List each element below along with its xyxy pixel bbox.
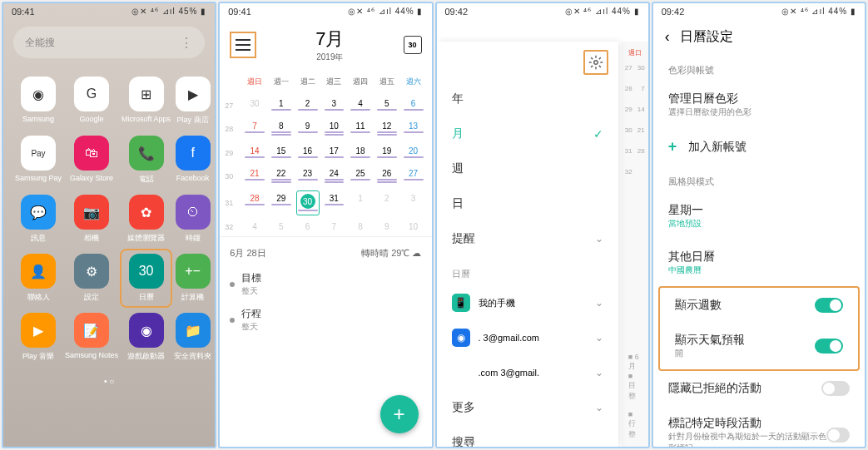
app-安全資料夾[interactable]: 📁安全資料夾	[172, 308, 213, 367]
calendar-day[interactable]: 2	[374, 189, 400, 217]
calendar-day[interactable]: 3	[321, 94, 348, 116]
calendar-grid[interactable]: 2730123456287891011121329141516171819203…	[220, 94, 431, 236]
calendar-title[interactable]: 7月 2019年	[256, 27, 403, 63]
calendar-day[interactable]: 10	[400, 217, 427, 236]
calendar-day[interactable]: 23	[295, 164, 321, 189]
calendar-day[interactable]: 2	[295, 94, 321, 116]
app-聯絡人[interactable]: 👤聯絡人	[13, 249, 63, 308]
calendar-day[interactable]: 29	[268, 189, 295, 217]
app-設定[interactable]: ⚙設定	[63, 249, 120, 308]
setting-管理日曆色彩[interactable]: 管理日曆色彩選擇日曆欲使用的色彩	[653, 82, 865, 128]
view-年[interactable]: 年	[437, 82, 618, 116]
toggle-switch[interactable]	[821, 381, 850, 396]
account-item[interactable]: ◉. 3@gmail.com⌄	[437, 320, 618, 355]
search-bar[interactable]: 全能搜 ⋮	[13, 27, 205, 58]
calendar-day[interactable]: 13	[400, 116, 427, 141]
toggle-switch[interactable]	[826, 428, 850, 443]
calendar-day[interactable]: 4	[347, 94, 374, 116]
calendar-day[interactable]: 21	[241, 164, 268, 189]
calendar-day[interactable]: 8	[347, 217, 374, 236]
app-Samsung[interactable]: ◉Samsung	[13, 72, 63, 131]
calendar-day[interactable]: 5	[374, 94, 400, 116]
app-Play 音樂[interactable]: ▶Play 音樂	[13, 308, 63, 367]
event-item[interactable]: 目標整天	[230, 266, 421, 302]
app-Play 商店[interactable]: ▶Play 商店	[172, 72, 213, 131]
view-週[interactable]: 週	[437, 151, 618, 186]
settings-list[interactable]: 色彩與帳號管理日曆色彩選擇日曆欲使用的色彩+加入新帳號風格與模式星期一當地預設其…	[653, 54, 865, 447]
setting-加入新帳號[interactable]: +加入新帳號	[653, 128, 865, 166]
app-Facebook[interactable]: fFacebook	[172, 131, 213, 190]
app-相機[interactable]: 📷相機	[63, 190, 120, 249]
view-月[interactable]: 月	[437, 116, 618, 151]
drawer-more[interactable]: 更多⌄	[437, 390, 618, 425]
calendar-day[interactable]: 11	[347, 116, 374, 141]
calendar-day[interactable]: 17	[321, 141, 348, 164]
app-Microsoft Apps[interactable]: ⊞Microsoft Apps	[120, 72, 172, 131]
app-日曆[interactable]: 30日曆	[120, 249, 172, 308]
app-時鐘[interactable]: ⏲時鐘	[172, 190, 213, 249]
calendar-day[interactable]: 6	[295, 217, 321, 236]
calendar-day[interactable]: 15	[268, 141, 295, 164]
calendar-day[interactable]: 8	[268, 116, 295, 141]
setting-標記特定時段活動[interactable]: 標記特定時段活動針對月份檢視中為期短於一天的活動顯示色彩標記。	[653, 406, 865, 447]
app-Galaxy Store[interactable]: 🛍Galaxy Store	[63, 131, 120, 190]
setting-其他日曆[interactable]: 其他日曆中國農曆	[653, 240, 865, 286]
back-icon[interactable]: ‹	[665, 28, 670, 46]
calendar-day[interactable]: 9	[295, 116, 321, 141]
setting-隱藏已拒絕的活動[interactable]: 隱藏已拒絕的活動	[653, 371, 865, 406]
calendar-day[interactable]: 18	[347, 141, 374, 164]
app-Samsung Notes[interactable]: 📝Samsung Notes	[63, 308, 120, 367]
calendar-day[interactable]: 5	[268, 217, 295, 236]
account-item[interactable]: G.com 3@gmail.⌄	[437, 355, 618, 390]
calendar-day[interactable]: 28	[241, 189, 268, 217]
calendar-day[interactable]: 4	[241, 217, 268, 236]
more-icon[interactable]: ⋮	[180, 35, 193, 51]
calendar-day[interactable]: 30	[241, 94, 268, 116]
calendar-day[interactable]: 19	[374, 141, 400, 164]
calendar-day[interactable]: 3	[400, 189, 427, 217]
calendar-day[interactable]: 25	[347, 164, 374, 189]
app-Samsung Pay[interactable]: PaySamsung Pay	[13, 131, 63, 190]
app-電話[interactable]: 📞電話	[120, 131, 172, 190]
menu-icon[interactable]	[230, 32, 256, 58]
calendar-day[interactable]: 26	[374, 164, 400, 189]
calendar-day[interactable]: 9	[374, 217, 400, 236]
calendar-day[interactable]: 7	[241, 116, 268, 141]
toggle-switch[interactable]	[815, 339, 843, 354]
setting-星期一[interactable]: 星期一當地預設	[653, 193, 865, 240]
calendar-day[interactable]: 22	[268, 164, 295, 189]
calendar-day[interactable]: 16	[295, 141, 321, 164]
status-icons: ◎✕ ⁴⁶ ⊿ıl 45% ▮	[131, 7, 206, 17]
setting-顯示天氣預報[interactable]: 顯示天氣預報開	[660, 323, 858, 369]
app-計算機[interactable]: +−計算機	[172, 249, 213, 308]
view-提醒[interactable]: 提醒⌄	[437, 221, 618, 256]
calendar-day[interactable]: 30	[295, 189, 321, 217]
settings-icon[interactable]	[583, 50, 608, 75]
app-Google[interactable]: GGoogle	[63, 72, 120, 131]
app-label: Microsoft Apps	[122, 115, 171, 123]
calendar-day[interactable]: 14	[241, 141, 268, 164]
calendar-day[interactable]: 31	[321, 189, 348, 217]
calendar-day[interactable]: 6	[400, 94, 427, 116]
calendar-day[interactable]: 20	[400, 141, 427, 164]
toggle-switch[interactable]	[815, 298, 843, 313]
app-媒體瀏覽器[interactable]: ✿媒體瀏覽器	[120, 190, 172, 249]
calendar-day[interactable]: 7	[321, 217, 348, 236]
calendar-day[interactable]: 1	[347, 189, 374, 217]
drawer-search[interactable]: 搜尋	[437, 425, 618, 447]
calendar-day[interactable]: 27	[400, 164, 427, 189]
view-日[interactable]: 日	[437, 186, 618, 221]
today-button[interactable]: 30	[404, 36, 422, 54]
app-label: 時鐘	[186, 233, 201, 244]
app-遊戲啟動器[interactable]: ◉遊戲啟動器	[120, 308, 172, 367]
app-icon: f	[176, 136, 211, 171]
event-item[interactable]: 行程整天	[230, 302, 421, 338]
calendar-day[interactable]: 24	[321, 164, 348, 189]
add-event-button[interactable]: +	[380, 395, 419, 433]
app-訊息[interactable]: 💬訊息	[13, 190, 63, 249]
setting-顯示週數[interactable]: 顯示週數	[660, 288, 858, 323]
calendar-day[interactable]: 1	[268, 94, 295, 116]
account-item[interactable]: 📱我的手機⌄	[437, 285, 618, 320]
calendar-day[interactable]: 12	[374, 116, 400, 141]
calendar-day[interactable]: 10	[321, 116, 348, 141]
